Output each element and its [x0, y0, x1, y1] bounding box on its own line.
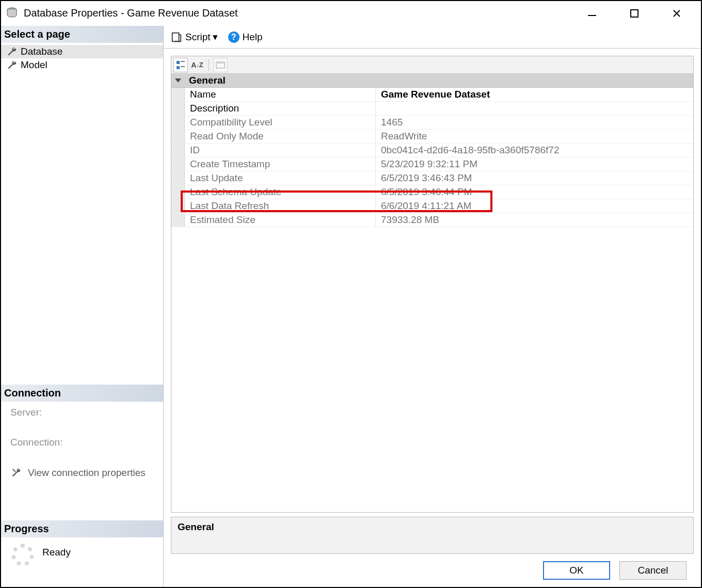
description-panel: General: [171, 517, 694, 554]
property-label: Create Timestamp: [185, 157, 376, 171]
property-label: Estimated Size: [185, 213, 376, 227]
property-value[interactable]: [376, 102, 693, 115]
description-header: General: [178, 521, 214, 532]
property-row-last-schema-update: Last Schema Update 6/5/2019 3:46:44 PM: [171, 185, 693, 199]
sidebar: Select a page Database Model Connection: [1, 26, 164, 587]
property-pages-button[interactable]: [213, 58, 228, 72]
property-label: Description: [185, 102, 376, 115]
property-grid-rows: General Name Game Revenue Dataset Descri…: [171, 74, 693, 512]
property-label: Last Schema Update: [185, 185, 376, 199]
svg-rect-1: [588, 15, 596, 16]
script-icon: [171, 31, 182, 43]
settings-icon: [10, 467, 23, 479]
sidebar-item-database[interactable]: Database: [1, 45, 163, 58]
property-label: Compatibility Level: [185, 116, 376, 129]
property-value: 1465: [376, 116, 693, 129]
property-value: 5/23/2019 9:32:11 PM: [376, 157, 693, 171]
svg-rect-2: [631, 10, 638, 17]
progress-header: Progress: [1, 520, 163, 537]
alphabetical-button[interactable]: A↓Z: [190, 58, 204, 72]
property-label: ID: [185, 144, 376, 157]
property-row-last-update: Last Update 6/5/2019 3:46:43 PM: [171, 171, 693, 185]
connection-header: Connection: [1, 385, 163, 402]
property-row-create-timestamp: Create Timestamp 5/23/2019 9:32:11 PM: [171, 157, 693, 171]
svg-rect-7: [181, 66, 185, 67]
chevron-down-icon: ▾: [213, 31, 218, 43]
property-label: Read Only Mode: [185, 130, 376, 143]
chevron-down-icon: [175, 78, 181, 83]
property-group-general[interactable]: General: [171, 74, 693, 88]
view-connection-properties[interactable]: View connection properties: [10, 467, 157, 479]
dialog-footer: OK Cancel: [171, 554, 694, 587]
window: Database Properties - Game Revenue Datas…: [0, 0, 702, 588]
property-label: Last Data Refresh: [185, 199, 376, 213]
dialog-body: Select a page Database Model Connection: [1, 26, 701, 587]
property-row-read-only-mode: Read Only Mode ReadWrite: [171, 130, 693, 144]
property-value: 6/6/2019 4:11:21 AM: [376, 199, 693, 213]
select-page-header: Select a page: [1, 26, 163, 43]
svg-rect-3: [172, 33, 179, 41]
help-button[interactable]: ? Help: [225, 29, 266, 45]
svg-rect-9: [216, 62, 225, 63]
property-row-id: ID 0bc041c4-d2d6-4a18-95fb-a360f5786f72: [171, 144, 693, 157]
connection-block: Server: Connection: View connection prop…: [1, 402, 163, 489]
window-controls: [571, 2, 698, 25]
connection-label: Connection:: [10, 437, 157, 448]
titlebar: Database Properties - Game Revenue Datas…: [1, 1, 701, 26]
property-grid: A↓Z General Name: [171, 56, 694, 513]
window-title: Database Properties - Game Revenue Datas…: [24, 7, 571, 19]
script-button[interactable]: Script ▾: [168, 29, 221, 45]
server-label: Server:: [10, 407, 157, 418]
sidebar-item-label: Database: [21, 46, 62, 57]
page-list: Database Model: [1, 43, 163, 74]
svg-rect-4: [177, 61, 180, 64]
group-label: General: [185, 74, 693, 87]
property-value: 73933.28 MB: [376, 213, 693, 227]
property-row-estimated-size: Estimated Size 73933.28 MB: [171, 213, 693, 227]
property-label: Last Update: [185, 171, 376, 185]
content-area: A↓Z General Name: [164, 49, 701, 587]
property-label: Name: [185, 88, 376, 101]
cancel-button[interactable]: Cancel: [619, 561, 687, 580]
property-value: 6/5/2019 3:46:43 PM: [376, 171, 693, 185]
property-value[interactable]: Game Revenue Dataset: [376, 88, 693, 101]
main-panel: Script ▾ ? Help A↓Z: [164, 26, 701, 587]
property-grid-toolbar: A↓Z: [171, 56, 693, 74]
sidebar-item-label: Model: [21, 59, 47, 71]
help-icon: ?: [228, 31, 240, 43]
property-row-name[interactable]: Name Game Revenue Dataset: [171, 88, 693, 102]
maximize-button[interactable]: [613, 2, 656, 25]
property-value: ReadWrite: [376, 130, 693, 143]
database-icon: [5, 7, 19, 20]
svg-rect-6: [177, 66, 180, 69]
close-button[interactable]: [656, 2, 698, 25]
categorized-button[interactable]: [173, 58, 188, 72]
property-row-compatibility-level: Compatibility Level 1465: [171, 116, 693, 130]
property-row-last-data-refresh: Last Data Refresh 6/6/2019 4:11:21 AM: [171, 199, 693, 213]
view-connection-properties-label: View connection properties: [28, 467, 146, 479]
property-value: 6/5/2019 3:46:44 PM: [376, 185, 693, 199]
property-value: 0bc041c4-d2d6-4a18-95fb-a360f5786f72: [376, 144, 693, 157]
toolbar: Script ▾ ? Help: [164, 26, 701, 49]
ok-button[interactable]: OK: [543, 561, 610, 580]
sidebar-item-model[interactable]: Model: [1, 58, 163, 72]
script-label: Script: [185, 31, 211, 43]
wrench-icon: [6, 59, 18, 71]
progress-spinner-icon: [11, 544, 34, 566]
wrench-icon: [6, 46, 18, 57]
progress-status: Ready: [42, 547, 71, 563]
property-row-description[interactable]: Description: [171, 102, 693, 116]
help-label: Help: [243, 31, 263, 43]
minimize-button[interactable]: [571, 2, 613, 25]
svg-rect-5: [181, 61, 185, 62]
progress-block: Ready: [1, 537, 163, 587]
